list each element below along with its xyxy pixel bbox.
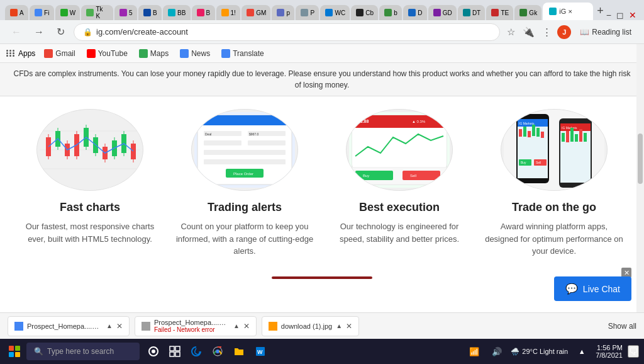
favorites-button[interactable]: ☆ bbox=[505, 25, 517, 40]
tab-5-favicon bbox=[119, 9, 127, 16]
dl-close-2[interactable]: ✕ bbox=[243, 322, 250, 331]
taskbar-edge-button[interactable] bbox=[187, 343, 205, 360]
extensions-button[interactable]: 🔌 bbox=[521, 25, 536, 40]
youtube-label: YouTube bbox=[98, 49, 128, 58]
maps-label: Maps bbox=[150, 49, 169, 58]
svg-rect-75 bbox=[170, 346, 174, 351]
warning-text: CFDs are complex instruments. You can lo… bbox=[14, 69, 631, 89]
fast-charts-title: Fast charts bbox=[60, 201, 120, 214]
new-tab-button[interactable]: + bbox=[594, 2, 606, 20]
svg-rect-26 bbox=[197, 115, 292, 125]
tab-more9[interactable]: b bbox=[379, 5, 402, 20]
tab-more12[interactable]: DT bbox=[458, 5, 486, 20]
bm-translate[interactable]: Translate bbox=[219, 48, 267, 59]
apps-button[interactable]: Apps bbox=[6, 49, 35, 58]
refresh-button[interactable]: ↻ bbox=[53, 23, 69, 40]
windows-logo bbox=[9, 346, 20, 357]
translate-label: Translate bbox=[233, 49, 264, 58]
tab-more3[interactable]: 1! bbox=[216, 5, 241, 20]
taskbar-search-bar[interactable]: 🔍 Type here to search bbox=[26, 343, 140, 360]
tab-tk[interactable]: Tk K bbox=[81, 5, 113, 20]
trade-go-image: IG Markets Buy Sell bbox=[501, 109, 608, 191]
live-chat-button[interactable]: 💬 Live Chat bbox=[554, 276, 631, 301]
taskbar-volume-button[interactable]: 🔊 bbox=[488, 343, 506, 360]
taskbar-chrome-button[interactable] bbox=[209, 343, 226, 360]
tab-more8[interactable]: Cb bbox=[351, 5, 378, 20]
tab-ig-active[interactable]: iG × bbox=[543, 3, 593, 20]
bm-maps[interactable]: Maps bbox=[136, 48, 171, 59]
restore-button[interactable]: ◻ bbox=[616, 10, 624, 20]
tab-a[interactable]: A bbox=[5, 5, 28, 20]
tab-fi-favicon bbox=[35, 9, 42, 16]
tab-more6[interactable]: P bbox=[296, 5, 319, 20]
tab-more5[interactable]: p bbox=[272, 5, 294, 20]
svg-point-80 bbox=[216, 350, 219, 353]
bm-news[interactable]: News bbox=[177, 48, 213, 59]
svg-text:Buy: Buy bbox=[363, 174, 369, 178]
weather-icon: 🌧️ bbox=[511, 348, 519, 356]
bm-gmail[interactable]: Gmail bbox=[42, 48, 77, 59]
tab-5[interactable]: 5 bbox=[114, 5, 137, 20]
close-button[interactable]: ✕ bbox=[629, 10, 636, 20]
feature-fast-charts: Fast charts Our fastest, most responsive… bbox=[19, 109, 161, 258]
tab-more14[interactable]: Gk bbox=[514, 5, 541, 20]
tab-w[interactable]: W bbox=[55, 5, 80, 20]
tab-more3-label: 1! bbox=[231, 9, 236, 16]
svg-rect-31 bbox=[204, 140, 242, 145]
taskbar-cortana-button[interactable] bbox=[145, 343, 162, 360]
taskbar-show-hidden-button[interactable]: ▲ bbox=[573, 343, 591, 360]
profile-avatar[interactable]: J bbox=[557, 25, 571, 39]
svg-rect-55 bbox=[528, 131, 531, 137]
window-controls: − ◻ ✕ bbox=[606, 10, 639, 20]
dl-close-1[interactable]: ✕ bbox=[116, 322, 123, 331]
tab-more1[interactable]: BB bbox=[163, 5, 191, 20]
taskbar-date-text: 7/8/2021 bbox=[596, 351, 623, 359]
reading-list-icon: 📖 bbox=[580, 28, 589, 37]
taskbar-network-button[interactable]: 📶 bbox=[465, 343, 483, 360]
taskbar-folder-button[interactable] bbox=[230, 343, 248, 360]
tab-more14-favicon bbox=[519, 9, 527, 16]
svg-text:Deal: Deal bbox=[205, 132, 211, 136]
feature-trade-go: IG Markets Buy Sell bbox=[483, 109, 625, 258]
reading-list-label: Reading list bbox=[592, 28, 631, 37]
notification-center-button[interactable]: 🗨 bbox=[628, 345, 639, 358]
tab-more11[interactable]: GD bbox=[428, 5, 457, 20]
tab-more7[interactable]: WC bbox=[320, 5, 350, 20]
more-button[interactable]: ⋮ bbox=[540, 25, 553, 40]
trading-alerts-desc: Count on your platform to keep you infor… bbox=[174, 220, 316, 258]
dl-chevron-1[interactable]: ▲ bbox=[106, 322, 113, 329]
url-bar[interactable]: 🔒 ig.com/en/create-account bbox=[74, 23, 500, 41]
svg-rect-71 bbox=[579, 129, 582, 142]
best-execution-desc: Our technology is engineered for speed, … bbox=[328, 220, 470, 245]
back-button[interactable]: ← bbox=[8, 24, 25, 40]
taskbar-clock[interactable]: 1:56 PM 7/8/2021 bbox=[596, 344, 623, 359]
tab-more2[interactable]: B bbox=[192, 5, 215, 20]
forward-button[interactable]: → bbox=[30, 24, 48, 40]
scrollbar-thumb[interactable] bbox=[638, 134, 643, 184]
tab-fi[interactable]: Fi bbox=[30, 5, 54, 20]
svg-rect-56 bbox=[532, 125, 535, 136]
start-button[interactable] bbox=[5, 343, 24, 360]
svg-text:Place Order: Place Order bbox=[233, 172, 253, 176]
tab-more6-label: P bbox=[310, 9, 314, 16]
bm-youtube[interactable]: YouTube bbox=[84, 48, 130, 59]
taskbar-task-view-button[interactable] bbox=[166, 343, 184, 360]
dl-error-2: Failed - Network error bbox=[154, 326, 230, 333]
tab-b[interactable]: B bbox=[138, 5, 162, 20]
tab-more4[interactable]: GM bbox=[242, 5, 270, 20]
show-all-button[interactable]: Show all bbox=[608, 322, 636, 331]
browser-tabs: A Fi W Tk K 5 B BB B bbox=[0, 0, 644, 20]
translate-favicon bbox=[221, 49, 230, 58]
scrollbar[interactable] bbox=[636, 44, 644, 321]
tab-more13[interactable]: TE bbox=[486, 5, 513, 20]
minimize-button[interactable]: − bbox=[606, 10, 611, 20]
dl-chevron-2[interactable]: ▲ bbox=[233, 322, 240, 329]
dl-close-3[interactable]: ✕ bbox=[346, 322, 352, 331]
tab-more10[interactable]: D bbox=[403, 5, 427, 20]
fast-charts-image bbox=[36, 109, 143, 191]
dl-chevron-3[interactable]: ▲ bbox=[336, 322, 342, 329]
svg-rect-57 bbox=[536, 128, 540, 137]
url-text: ig.com/en/create-account bbox=[96, 27, 188, 37]
taskbar-word-button[interactable]: W bbox=[252, 343, 269, 360]
reading-list-button[interactable]: 📖 Reading list bbox=[575, 26, 636, 38]
